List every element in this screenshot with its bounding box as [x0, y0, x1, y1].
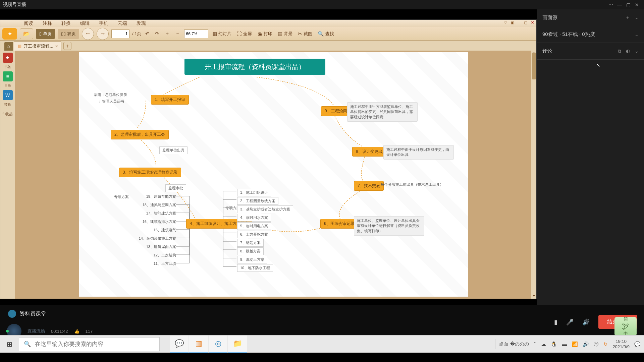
tab-title: 开工报审流程...: [23, 43, 53, 49]
microphone-icon[interactable]: 🎤: [566, 318, 574, 326]
live-control-panel: 画面源 ＋ ⌄ 90看过 · 51在线 · 0热度 ⌄ 评论 ⧉ ◐ ⌄ ↖: [537, 9, 644, 305]
add-source-icon[interactable]: ＋: [625, 15, 630, 21]
menu-edit[interactable]: 编辑: [80, 20, 90, 26]
back-button[interactable]: ←: [82, 28, 94, 40]
pdf-max-icon[interactable]: ▢: [523, 20, 528, 25]
maximize-icon[interactable]: ▢: [624, 2, 633, 7]
taskbar-app-pdf[interactable]: ▥: [189, 336, 208, 353]
page-total-label: / 1页: [132, 31, 141, 37]
pdf-min-icon[interactable]: ―: [516, 20, 522, 25]
taskbar-clock[interactable]: 19:10 2021/9/9: [612, 339, 630, 349]
scroll-down-icon[interactable]: ▼: [531, 294, 536, 299]
left-item: 13、建筑屋面方案: [129, 244, 176, 249]
menu-annot[interactable]: 注释: [43, 20, 52, 26]
menu-convert[interactable]: 转换: [61, 20, 71, 26]
minimize-icon[interactable]: ―: [615, 2, 624, 7]
sidebar-collapse-button[interactable]: ^ 收起: [2, 112, 12, 117]
speaker-icon[interactable]: 🔊: [582, 318, 590, 326]
ime-indicator[interactable]: 简 🕊 中: [614, 317, 637, 336]
taskbar-app-explorer[interactable]: 📁: [228, 336, 247, 353]
tray-qq-icon[interactable]: 🐧: [551, 341, 557, 347]
page-number-input[interactable]: [111, 29, 129, 38]
hide-icon[interactable]: ◐: [626, 48, 630, 54]
search-placeholder: 在这里输入你要搜索的内容: [35, 340, 103, 348]
more-icon[interactable]: ⋯: [606, 2, 615, 7]
pdf-close-icon[interactable]: ✕: [530, 20, 535, 25]
status-dot-icon: [6, 330, 9, 333]
document-tab[interactable]: ▥ 开工报审流程... ×: [14, 41, 61, 51]
screenshot-button[interactable]: ✂截图: [297, 31, 314, 37]
zoom-select[interactable]: [184, 29, 208, 38]
tray-wifi-icon[interactable]: 📶: [572, 341, 578, 347]
vertical-scrollbar[interactable]: ▲ ▼: [531, 51, 536, 299]
tray-sync-icon[interactable]: ↻: [603, 341, 608, 347]
video-source-label: 画面源: [542, 14, 557, 21]
node-2: 2、监理审批后，出具开工令: [111, 130, 169, 139]
tab-close-icon[interactable]: ×: [55, 44, 58, 49]
zoom-out-button[interactable]: －: [174, 31, 181, 37]
node-3-note: 监理审批: [165, 184, 186, 192]
pdf-page: 开工报审流程（资料员课堂出品） 1、填写开工报审 后附：总包单位资质 ↓ 管理人…: [79, 52, 468, 297]
scroll-thumb[interactable]: [532, 53, 536, 79]
left-item: 11、土方回填: [129, 261, 176, 266]
node-6: 6、图纸会审记录: [320, 219, 358, 229]
chevron-down-icon[interactable]: ⌄: [635, 15, 639, 21]
pdf-app-logo-icon[interactable]: ✦: [2, 28, 17, 40]
menu-read[interactable]: 阅读: [24, 20, 33, 26]
show-desktop-button[interactable]: 桌面�ののの: [495, 339, 529, 349]
forward-button[interactable]: →: [97, 28, 109, 40]
taskbar-app-browser[interactable]: ◎: [209, 336, 227, 353]
bookmark-icon[interactable]: ★: [3, 53, 13, 63]
pdf-menubar: 阅读 注释 转换 编辑 手机 云端 发现 ♡ ▣ ― ▢ ✕: [0, 20, 536, 27]
stream-status: 直播流畅: [28, 328, 45, 334]
notifications-icon[interactable]: 💬: [634, 341, 641, 347]
tray-chevron-up-icon[interactable]: ˄: [534, 341, 536, 347]
pdf-gift-icon[interactable]: ▣: [509, 20, 515, 25]
redo-button[interactable]: ↷: [154, 31, 161, 37]
stats-row[interactable]: 90看过 · 51在线 · 0热度 ⌄: [537, 26, 644, 43]
tray-ime-icon[interactable]: ㊥: [594, 341, 599, 347]
double-page-button[interactable]: ▯▯ 双页: [58, 29, 79, 39]
pdf-canvas[interactable]: 开工报审流程（资料员课堂出品） 1、填写开工报审 后附：总包单位资质 ↓ 管理人…: [15, 51, 536, 299]
mindmap-title: 开工报审流程（资料员课堂出品）: [184, 59, 325, 75]
popout-icon[interactable]: ⧉: [618, 48, 621, 54]
print-button[interactable]: 🖶打印: [256, 31, 274, 37]
node-9-note: 施工过程中由甲方或者监理单位、施工单位提出的变更，经共同协商出具，需要经过设计单…: [347, 102, 418, 122]
right-item: 10、地下防水工程: [237, 264, 273, 272]
mouse-cursor-icon: ↖: [596, 62, 600, 68]
start-button[interactable]: ⊞: [0, 336, 19, 353]
thumbs-up-icon[interactable]: 👍: [74, 329, 79, 334]
single-page-button[interactable]: ▯ 单页: [36, 29, 55, 39]
pdf-favorite-icon[interactable]: ♡: [503, 20, 508, 25]
node-8-note: 施工过程中由于设计原因造成变更，由设计单位出具: [383, 145, 454, 160]
search-button[interactable]: 🔍查找: [316, 31, 335, 37]
undo-button[interactable]: ↶: [144, 31, 151, 37]
node-2-note: 监理单位出具: [159, 146, 187, 154]
fullscreen-button[interactable]: ⛶全屏: [235, 31, 253, 37]
background-button[interactable]: ▤背景: [276, 31, 294, 37]
taskbar-search[interactable]: 🔍 在这里输入你要搜索的内容: [19, 337, 160, 351]
left-item: 17、智能建筑方案: [129, 211, 176, 216]
taskbar-app-wechat[interactable]: 💬: [170, 336, 189, 353]
close-icon[interactable]: ✕: [633, 2, 641, 7]
menu-discover[interactable]: 发现: [137, 20, 146, 26]
tray-volume-icon[interactable]: 🔊: [583, 341, 589, 347]
new-tab-button[interactable]: ＋: [63, 42, 71, 50]
tray-onedrive-icon[interactable]: ☁: [541, 341, 546, 347]
camera-icon[interactable]: ▮: [554, 318, 557, 326]
menu-mobile[interactable]: 手机: [99, 20, 108, 26]
open-file-icon[interactable]: 📂: [20, 28, 33, 39]
zoom-in-button[interactable]: ＋: [163, 31, 171, 37]
node-3: 3、填写施工现场管理检查记录: [119, 168, 181, 177]
chevron-down-icon[interactable]: ⌄: [635, 48, 639, 54]
tray-battery-icon[interactable]: ▬: [562, 341, 567, 347]
stream-duration: 00:11:42: [51, 329, 68, 334]
chevron-down-icon[interactable]: ⌄: [635, 32, 639, 37]
slideshow-button[interactable]: ▦幻灯片: [211, 31, 233, 37]
right-item: 5、临时用电方案: [237, 222, 271, 230]
convert-icon[interactable]: W: [3, 90, 13, 100]
home-tab-icon[interactable]: ⌂: [4, 42, 13, 51]
toc-icon[interactable]: ≡: [3, 71, 13, 81]
menu-cloud[interactable]: 云端: [118, 20, 127, 26]
channel-avatar-icon[interactable]: [8, 310, 16, 318]
